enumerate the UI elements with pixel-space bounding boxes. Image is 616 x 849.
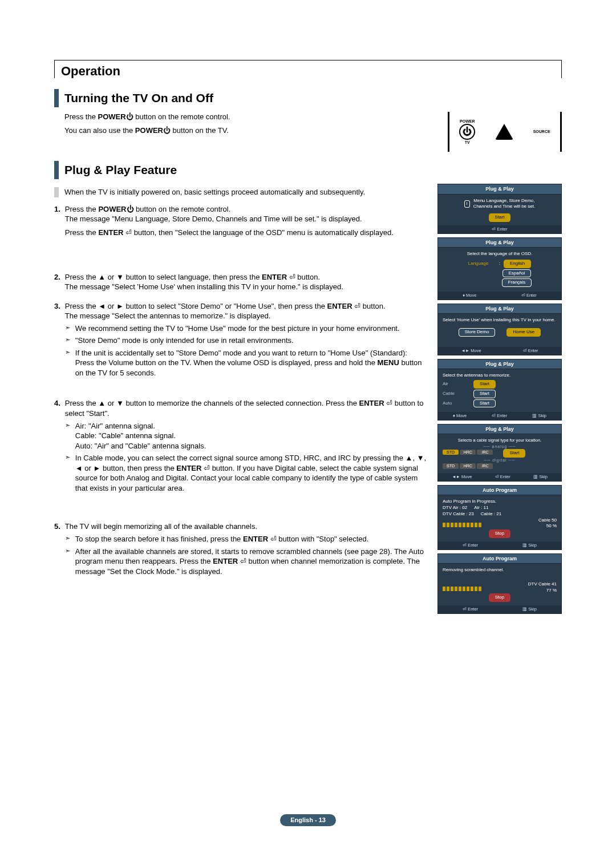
stop-button-2: Stop [489, 593, 510, 602]
section-header: Operation [54, 60, 562, 80]
info-icon: i [464, 200, 470, 208]
progress-bar-2 [443, 587, 483, 591]
progress-bar [443, 523, 483, 527]
intro-box: When the TV is initially powered on, bas… [54, 187, 427, 197]
osd-panel-4: Plug & Play Select the antennas to memor… [437, 359, 562, 421]
sub-header-plug-play: Plug & Play Feature [54, 161, 562, 179]
tv-shape-icon [495, 124, 513, 140]
step-1: 1. Press the POWER⏻ button on the remote… [54, 204, 427, 238]
power-icon: ⏻ [459, 124, 475, 140]
osd-column: Plug & Play i Menu Language, Store Demo,… [437, 184, 562, 617]
step-4: 4. Press the ▲ or ▼ button to memorize t… [54, 398, 427, 493]
osd-panel-1: Plug & Play i Menu Language, Store Demo,… [437, 184, 562, 234]
home-use-button: Home Use [506, 328, 541, 337]
osd-panel-7: Auto Program Removing scrambled channel.… [437, 553, 562, 614]
power-label: POWER [459, 119, 475, 124]
remote-diagram: POWER ⏻ TV SOURCE [448, 112, 562, 152]
section2-body: When the TV is initially powered on, bas… [54, 184, 562, 617]
line1: Press the POWER⏻ button on the remote co… [64, 112, 427, 122]
sub-header-turning-on: Turning the TV On and Off [54, 89, 562, 107]
page-footer: English - 13 [0, 814, 616, 826]
step-2: 2. Press the ▲ or ▼ button to select lan… [54, 272, 427, 292]
store-demo-button: Store Demo [459, 328, 496, 337]
page-number: English - 13 [280, 814, 336, 826]
osd-panel-2: Plug & Play Select the language of the O… [437, 237, 562, 300]
line2: You can also use the POWER⏻ button on th… [64, 126, 427, 136]
source-label: SOURCE [533, 129, 550, 134]
osd-panel-6: Auto Program Auto Program in Progress. D… [437, 485, 562, 550]
section1-body: Press the POWER⏻ button on the remote co… [54, 112, 562, 152]
start-button: Start [489, 213, 511, 222]
step-5: 5. The TV will begin memorizing all of t… [54, 521, 427, 576]
steps-list: 1. Press the POWER⏻ button on the remote… [54, 204, 427, 576]
tv-label: TV [459, 140, 475, 145]
osd-panel-3: Plug & Play Select 'Home Use' when insta… [437, 304, 562, 355]
step-3: 3. Press the ◄ or ► button to select "St… [54, 301, 427, 378]
stop-button: Stop [489, 529, 510, 538]
osd-panel-5: Plug & Play Selects a cable signal type … [437, 424, 562, 482]
